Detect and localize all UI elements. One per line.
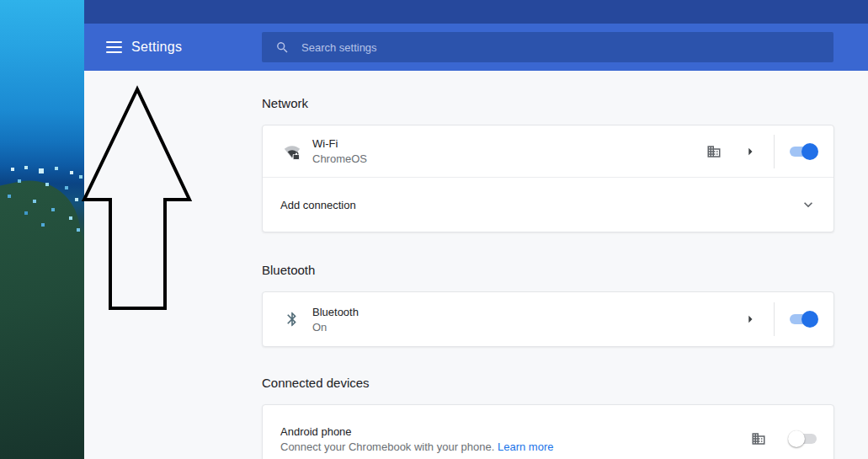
settings-window: Settings Network <box>84 0 868 459</box>
bluetooth-row[interactable]: Bluetooth On <box>263 292 833 346</box>
managed-by-organization-icon <box>751 431 766 446</box>
search-icon <box>275 40 290 55</box>
network-card: Wi-Fi ChromeOS <box>262 125 834 232</box>
wallpaper-city-lights <box>0 0 2 2</box>
section-heading-network: Network <box>262 71 868 110</box>
screen: Settings Network <box>0 0 868 459</box>
wifi-row[interactable]: Wi-Fi ChromeOS <box>263 125 833 177</box>
android-phone-row-text: Android phone Connect your Chromebook wi… <box>280 425 553 453</box>
add-connection-row[interactable]: Add connection <box>263 178 833 232</box>
add-connection-label: Add connection <box>280 199 356 211</box>
search-box[interactable] <box>262 32 833 62</box>
section-heading-connected-devices: Connected devices <box>262 347 868 390</box>
settings-content: Network Wi-Fi <box>84 71 868 459</box>
wifi-network-name: ChromeOS <box>312 152 367 165</box>
toggle-knob <box>788 430 805 447</box>
wifi-title: Wi-Fi <box>312 137 367 150</box>
bluetooth-row-controls <box>742 302 817 336</box>
window-title-strip <box>84 0 868 24</box>
settings-header: Settings <box>84 24 868 71</box>
toggle-knob <box>801 311 818 328</box>
wifi-lock-icon <box>283 142 301 161</box>
android-phone-description: Connect your Chromebook with your phone. <box>280 440 494 453</box>
learn-more-link[interactable]: Learn more <box>498 440 553 453</box>
row-separator <box>774 302 775 336</box>
subpage-arrow-icon[interactable] <box>742 143 759 160</box>
search-input[interactable] <box>301 41 825 54</box>
chevron-down-icon[interactable] <box>800 196 817 213</box>
subpage-arrow-icon[interactable] <box>742 311 759 328</box>
desktop-wallpaper <box>0 0 85 459</box>
wifi-row-text: Wi-Fi ChromeOS <box>312 137 367 165</box>
android-phone-toggle[interactable] <box>790 433 817 445</box>
wifi-toggle[interactable] <box>790 146 817 157</box>
android-phone-row[interactable]: Android phone Connect your Chromebook wi… <box>263 405 833 459</box>
page-title: Settings <box>131 40 182 55</box>
bluetooth-toggle[interactable] <box>790 313 817 325</box>
android-phone-row-controls <box>751 431 817 446</box>
menu-icon[interactable] <box>106 41 122 53</box>
section-heading-bluetooth: Bluetooth <box>262 232 868 277</box>
android-phone-subtitle: Connect your Chromebook with your phone.… <box>280 440 553 453</box>
toggle-knob <box>801 143 818 160</box>
bluetooth-card: Bluetooth On <box>262 291 834 347</box>
android-phone-title: Android phone <box>280 425 553 438</box>
bluetooth-title: Bluetooth <box>312 306 359 318</box>
row-separator <box>774 135 775 168</box>
bluetooth-icon <box>283 311 301 328</box>
wifi-row-controls <box>706 135 817 168</box>
connected-devices-card: Android phone Connect your Chromebook wi… <box>262 404 834 459</box>
bluetooth-status: On <box>312 321 359 334</box>
managed-by-organization-icon <box>706 144 722 159</box>
bluetooth-row-text: Bluetooth On <box>312 306 359 334</box>
